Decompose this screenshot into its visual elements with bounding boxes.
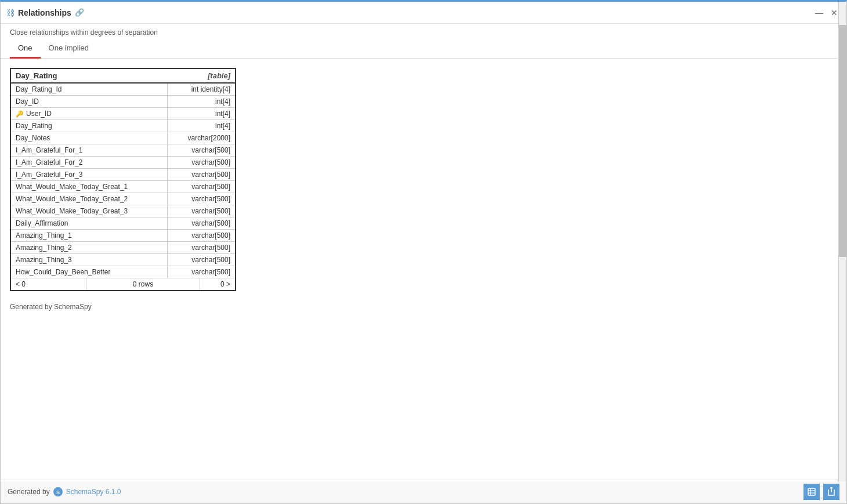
col-name: Daily_Affirmation [11,217,168,229]
bottom-brand: Generated by S SchemaSpy 6.1.0 [8,487,121,497]
scrollbar[interactable] [838,2,846,481]
col-type: varchar[500] [168,205,235,217]
col-type: int[4] [168,108,235,119]
brand-name[interactable]: SchemaSpy 6.1.0 [66,488,121,496]
table-container: Day_Rating [table] Day_Rating_Id int ide… [10,68,236,291]
col-type: varchar[500] [168,181,235,193]
window-title: Relationships [18,8,71,17]
col-type: varchar[500] [168,242,235,253]
tab-one[interactable]: One [10,39,41,59]
col-name: What_Would_Make_Today_Great_1 [11,181,168,193]
col-type: varchar[500] [168,193,235,205]
footer-right: 0 > [200,278,235,290]
table-row: Day_Notes varchar[2000] [11,132,235,144]
table-header: Day_Rating [table] [11,69,235,84]
key-icon: 🔑 [16,110,24,118]
col-type: varchar[500] [168,254,235,266]
table-footer: < 0 0 rows 0 > [11,278,235,290]
col-name: Amazing_Thing_1 [11,230,168,241]
subtitle: Close relationships within degrees of se… [1,24,846,39]
col-name: What_Would_Make_Today_Great_3 [11,205,168,217]
table-row: Amazing_Thing_1 varchar[500] [11,230,235,242]
col-type: varchar[500] [168,217,235,229]
col-name: What_Would_Make_Today_Great_2 [11,193,168,205]
col-type: varchar[500] [168,144,235,156]
schemaspy-logo-icon: S [53,487,63,497]
tab-one-implied[interactable]: One implied [41,39,97,59]
tab-bar: One One implied [1,39,846,59]
col-type: varchar[2000] [168,132,235,144]
col-type: varchar[500] [168,169,235,180]
table-type: [table] [208,71,230,80]
col-type: int[4] [168,120,235,132]
col-name: I_Am_Grateful_For_3 [11,169,168,180]
col-type: varchar[500] [168,230,235,241]
col-name: 🔑 User_ID [11,108,168,119]
table-row: Day_Rating_Id int identity[4] [11,84,235,96]
table-row: Amazing_Thing_2 varchar[500] [11,242,235,254]
export-icon [827,487,836,496]
generated-by: Generated by SchemaSpy [10,303,837,311]
table-row: 🔑 User_ID int[4] [11,108,235,120]
table-body: Day_Rating_Id int identity[4] Day_ID int… [11,84,235,278]
col-name: Amazing_Thing_3 [11,254,168,266]
title-bar: ⛓ Relationships 🔗 — ✕ [1,2,846,24]
table-row: What_Would_Make_Today_Great_2 varchar[50… [11,193,235,205]
col-name: I_Am_Grateful_For_2 [11,157,168,168]
settings-button[interactable] [803,484,820,500]
table-row: I_Am_Grateful_For_2 varchar[500] [11,157,235,169]
minimize-button[interactable]: — [813,6,826,19]
footer-center: 0 rows [86,278,200,290]
col-name: Day_Rating_Id [11,84,168,95]
main-window: ⛓ Relationships 🔗 — ✕ Close relationship… [0,0,847,504]
col-name: Day_Notes [11,132,168,144]
export-button[interactable] [823,484,839,500]
table-row: I_Am_Grateful_For_1 varchar[500] [11,144,235,157]
col-name: Day_Rating [11,120,168,132]
title-controls: — ✕ [813,6,841,19]
bottom-icons [803,484,839,500]
footer-left: < 0 [11,278,86,290]
table-row: Daily_Affirmation varchar[500] [11,217,235,230]
scrollbar-thumb[interactable] [839,25,847,257]
table-row: What_Would_Make_Today_Great_1 varchar[50… [11,181,235,193]
col-name: I_Am_Grateful_For_1 [11,144,168,156]
col-name: Amazing_Thing_2 [11,242,168,253]
content-area: Day_Rating [table] Day_Rating_Id int ide… [1,59,846,480]
col-name: How_Could_Day_Been_Better [11,266,168,278]
title-left: ⛓ Relationships 🔗 [6,8,84,17]
table-row: I_Am_Grateful_For_3 varchar[500] [11,169,235,181]
svg-text:S: S [56,490,60,495]
table-row: What_Would_Make_Today_Great_3 varchar[50… [11,205,235,217]
table-name: Day_Rating [16,71,57,80]
link-icon[interactable]: 🔗 [75,8,84,17]
table-row: Day_Rating int[4] [11,120,235,132]
table-row: Amazing_Thing_3 varchar[500] [11,254,235,266]
svg-rect-2 [808,488,815,495]
settings-icon [807,487,816,496]
relationships-icon: ⛓ [6,8,15,17]
col-type: int[4] [168,96,235,107]
col-type: int identity[4] [168,84,235,95]
table-row: How_Could_Day_Been_Better varchar[500] [11,266,235,278]
col-name: Day_ID [11,96,168,107]
bottom-bar: Generated by S SchemaSpy 6.1.0 [1,480,846,503]
bottom-prefix: Generated by [8,488,50,496]
table-row: Day_ID int[4] [11,96,235,108]
col-type: varchar[500] [168,157,235,168]
col-type: varchar[500] [168,266,235,278]
